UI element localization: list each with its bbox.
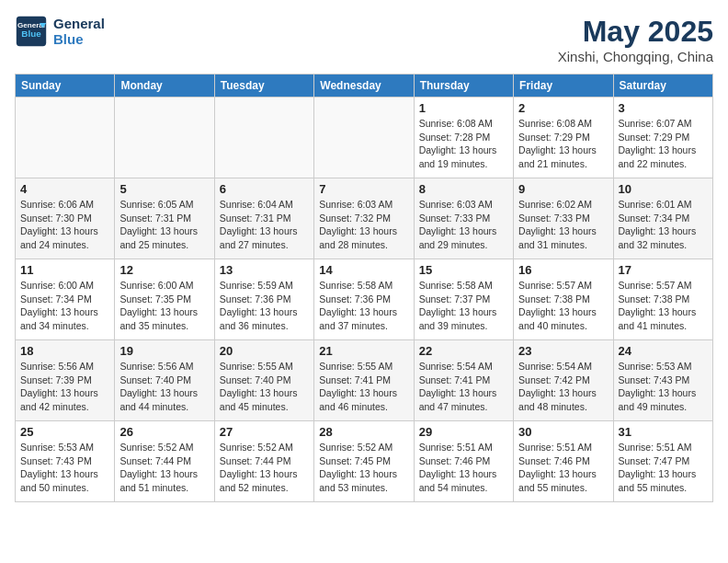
day-info: Sunrise: 5:55 AM Sunset: 7:40 PM Dayligh… xyxy=(220,360,309,414)
calendar-cell: 13Sunrise: 5:59 AM Sunset: 7:36 PM Dayli… xyxy=(214,259,313,340)
svg-text:Blue: Blue xyxy=(21,29,41,39)
day-info: Sunrise: 6:04 AM Sunset: 7:31 PM Dayligh… xyxy=(220,198,309,252)
calendar-cell xyxy=(16,98,115,178)
day-number: 29 xyxy=(419,425,508,439)
day-info: Sunrise: 5:57 AM Sunset: 7:38 PM Dayligh… xyxy=(619,279,708,333)
day-number: 20 xyxy=(220,344,309,358)
weekday-header: Tuesday xyxy=(214,75,313,98)
logo-blue: Blue xyxy=(53,31,105,47)
day-info: Sunrise: 6:03 AM Sunset: 7:33 PM Dayligh… xyxy=(419,198,508,252)
calendar-cell: 20Sunrise: 5:55 AM Sunset: 7:40 PM Dayli… xyxy=(214,340,313,421)
day-number: 5 xyxy=(119,182,209,196)
calendar-cell: 10Sunrise: 6:01 AM Sunset: 7:34 PM Dayli… xyxy=(613,178,712,259)
calendar-cell: 16Sunrise: 5:57 AM Sunset: 7:38 PM Dayli… xyxy=(514,259,613,340)
day-number: 14 xyxy=(319,263,408,277)
day-info: Sunrise: 5:54 AM Sunset: 7:42 PM Dayligh… xyxy=(518,360,608,414)
day-info: Sunrise: 5:53 AM Sunset: 7:43 PM Dayligh… xyxy=(619,360,708,414)
month-title: May 2025 xyxy=(558,15,713,49)
day-number: 15 xyxy=(419,263,508,277)
day-info: Sunrise: 5:51 AM Sunset: 7:47 PM Dayligh… xyxy=(619,441,708,495)
day-number: 31 xyxy=(619,425,708,439)
day-number: 30 xyxy=(518,425,608,439)
calendar-cell: 23Sunrise: 5:54 AM Sunset: 7:42 PM Dayli… xyxy=(514,340,613,421)
day-info: Sunrise: 5:54 AM Sunset: 7:41 PM Dayligh… xyxy=(419,360,508,414)
day-info: Sunrise: 5:52 AM Sunset: 7:44 PM Dayligh… xyxy=(220,441,309,495)
calendar-cell: 2Sunrise: 6:08 AM Sunset: 7:29 PM Daylig… xyxy=(514,98,613,178)
day-info: Sunrise: 6:00 AM Sunset: 7:35 PM Dayligh… xyxy=(119,279,209,333)
day-info: Sunrise: 6:03 AM Sunset: 7:32 PM Dayligh… xyxy=(319,198,408,252)
calendar-cell: 6Sunrise: 6:04 AM Sunset: 7:31 PM Daylig… xyxy=(214,178,313,259)
day-info: Sunrise: 5:53 AM Sunset: 7:43 PM Dayligh… xyxy=(20,441,109,495)
day-number: 1 xyxy=(419,101,508,115)
weekday-header: Monday xyxy=(115,75,214,98)
title-area: May 2025 Xinshi, Chongqing, China xyxy=(558,15,713,64)
day-number: 16 xyxy=(518,263,608,277)
calendar-cell xyxy=(115,98,214,178)
day-info: Sunrise: 5:55 AM Sunset: 7:41 PM Dayligh… xyxy=(319,360,408,414)
day-info: Sunrise: 6:08 AM Sunset: 7:29 PM Dayligh… xyxy=(518,117,608,171)
calendar-week-row: 11Sunrise: 6:00 AM Sunset: 7:34 PM Dayli… xyxy=(16,259,713,340)
day-info: Sunrise: 5:56 AM Sunset: 7:40 PM Dayligh… xyxy=(119,360,209,414)
day-info: Sunrise: 6:01 AM Sunset: 7:34 PM Dayligh… xyxy=(619,198,708,252)
day-number: 19 xyxy=(119,344,209,358)
day-number: 2 xyxy=(518,101,608,115)
day-number: 12 xyxy=(119,263,209,277)
calendar-cell: 17Sunrise: 5:57 AM Sunset: 7:38 PM Dayli… xyxy=(613,259,712,340)
calendar-cell: 28Sunrise: 5:52 AM Sunset: 7:45 PM Dayli… xyxy=(314,421,414,502)
calendar-cell: 4Sunrise: 6:06 AM Sunset: 7:30 PM Daylig… xyxy=(16,178,115,259)
location-title: Xinshi, Chongqing, China xyxy=(558,49,713,64)
calendar-cell: 30Sunrise: 5:51 AM Sunset: 7:46 PM Dayli… xyxy=(514,421,613,502)
calendar-cell: 12Sunrise: 6:00 AM Sunset: 7:35 PM Dayli… xyxy=(115,259,214,340)
day-info: Sunrise: 5:52 AM Sunset: 7:45 PM Dayligh… xyxy=(319,441,408,495)
day-number: 3 xyxy=(619,101,708,115)
day-number: 28 xyxy=(319,425,408,439)
calendar-cell: 15Sunrise: 5:58 AM Sunset: 7:37 PM Dayli… xyxy=(414,259,513,340)
calendar-cell: 29Sunrise: 5:51 AM Sunset: 7:46 PM Dayli… xyxy=(414,421,513,502)
day-info: Sunrise: 5:51 AM Sunset: 7:46 PM Dayligh… xyxy=(419,441,508,495)
calendar-cell: 19Sunrise: 5:56 AM Sunset: 7:40 PM Dayli… xyxy=(115,340,214,421)
day-info: Sunrise: 6:02 AM Sunset: 7:33 PM Dayligh… xyxy=(518,198,608,252)
calendar-table: SundayMondayTuesdayWednesdayThursdayFrid… xyxy=(15,74,713,502)
calendar-cell: 18Sunrise: 5:56 AM Sunset: 7:39 PM Dayli… xyxy=(16,340,115,421)
calendar-week-row: 1Sunrise: 6:08 AM Sunset: 7:28 PM Daylig… xyxy=(16,98,713,178)
weekday-header: Friday xyxy=(514,75,613,98)
calendar-cell: 7Sunrise: 6:03 AM Sunset: 7:32 PM Daylig… xyxy=(314,178,414,259)
logo-icon: General Blue xyxy=(15,15,48,48)
day-number: 27 xyxy=(220,425,309,439)
day-info: Sunrise: 5:51 AM Sunset: 7:46 PM Dayligh… xyxy=(518,441,608,495)
day-info: Sunrise: 6:05 AM Sunset: 7:31 PM Dayligh… xyxy=(119,198,209,252)
day-number: 21 xyxy=(319,344,408,358)
day-info: Sunrise: 6:00 AM Sunset: 7:34 PM Dayligh… xyxy=(20,279,109,333)
day-number: 23 xyxy=(518,344,608,358)
day-number: 17 xyxy=(619,263,708,277)
day-info: Sunrise: 6:08 AM Sunset: 7:28 PM Dayligh… xyxy=(419,117,508,171)
calendar-cell: 11Sunrise: 6:00 AM Sunset: 7:34 PM Dayli… xyxy=(16,259,115,340)
day-number: 10 xyxy=(619,182,708,196)
calendar-week-row: 18Sunrise: 5:56 AM Sunset: 7:39 PM Dayli… xyxy=(16,340,713,421)
weekday-header: Sunday xyxy=(16,75,115,98)
day-info: Sunrise: 6:07 AM Sunset: 7:29 PM Dayligh… xyxy=(619,117,708,171)
day-number: 4 xyxy=(20,182,109,196)
day-number: 18 xyxy=(20,344,109,358)
page-header: General Blue General Blue May 2025 Xinsh… xyxy=(15,15,713,64)
calendar-cell: 27Sunrise: 5:52 AM Sunset: 7:44 PM Dayli… xyxy=(214,421,313,502)
calendar-cell: 26Sunrise: 5:52 AM Sunset: 7:44 PM Dayli… xyxy=(115,421,214,502)
weekday-header: Saturday xyxy=(613,75,712,98)
calendar-cell: 8Sunrise: 6:03 AM Sunset: 7:33 PM Daylig… xyxy=(414,178,513,259)
day-info: Sunrise: 5:52 AM Sunset: 7:44 PM Dayligh… xyxy=(119,441,209,495)
day-number: 13 xyxy=(220,263,309,277)
day-info: Sunrise: 5:58 AM Sunset: 7:36 PM Dayligh… xyxy=(319,279,408,333)
calendar-cell xyxy=(314,98,414,178)
calendar-header: SundayMondayTuesdayWednesdayThursdayFrid… xyxy=(16,75,713,98)
day-number: 8 xyxy=(419,182,508,196)
calendar-cell: 9Sunrise: 6:02 AM Sunset: 7:33 PM Daylig… xyxy=(514,178,613,259)
day-info: Sunrise: 6:06 AM Sunset: 7:30 PM Dayligh… xyxy=(20,198,109,252)
day-number: 9 xyxy=(518,182,608,196)
calendar-cell xyxy=(214,98,313,178)
calendar-cell: 31Sunrise: 5:51 AM Sunset: 7:47 PM Dayli… xyxy=(613,421,712,502)
calendar-week-row: 25Sunrise: 5:53 AM Sunset: 7:43 PM Dayli… xyxy=(16,421,713,502)
calendar-cell: 25Sunrise: 5:53 AM Sunset: 7:43 PM Dayli… xyxy=(16,421,115,502)
day-number: 11 xyxy=(20,263,109,277)
logo: General Blue General Blue xyxy=(15,15,105,48)
calendar-cell: 1Sunrise: 6:08 AM Sunset: 7:28 PM Daylig… xyxy=(414,98,513,178)
